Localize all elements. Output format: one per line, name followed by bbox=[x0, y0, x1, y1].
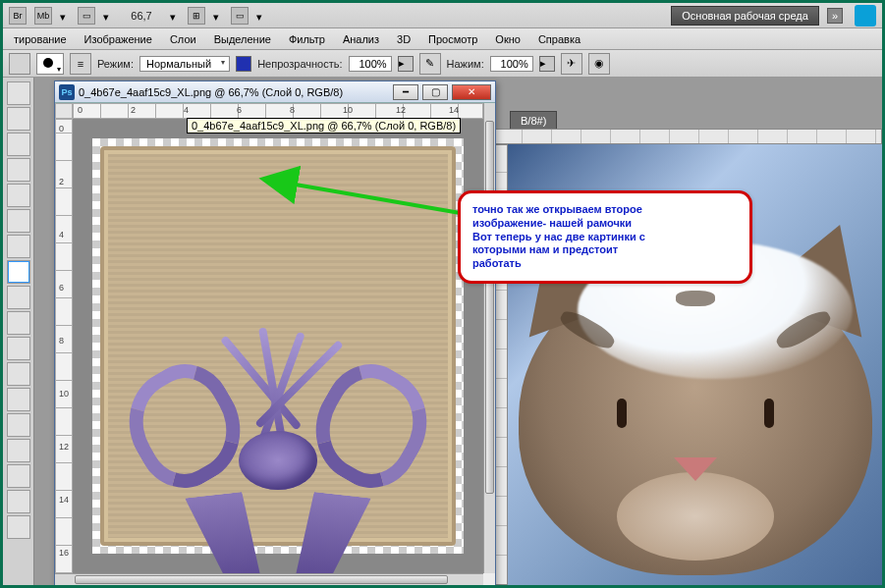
tool-shape[interactable] bbox=[7, 515, 30, 539]
mode-label: Режим: bbox=[97, 58, 134, 70]
screen-layout-icon[interactable]: ▭ bbox=[231, 7, 249, 25]
screen-mode-icon[interactable]: ▭ bbox=[78, 7, 95, 25]
dropdown-arrow-icon[interactable]: ▾ bbox=[103, 11, 113, 21]
cat-eye-left bbox=[617, 399, 627, 428]
tool-eyedropper[interactable] bbox=[7, 209, 30, 233]
scrollbar-thumb[interactable] bbox=[485, 121, 494, 494]
annotation-line: работать bbox=[472, 257, 738, 271]
ruler-h-label: 8 bbox=[290, 105, 295, 115]
tool-crop[interactable] bbox=[7, 184, 30, 207]
window-tooltip: 0_4b67e_4aaf15c9_XL.png @ 66,7% (Слой 0,… bbox=[187, 118, 461, 134]
doc1-scrollbar-vertical[interactable] bbox=[483, 103, 495, 573]
flow-arrow-icon[interactable]: ▸ bbox=[539, 56, 555, 72]
current-tool-icon[interactable] bbox=[9, 53, 30, 75]
workspace-area: B/8#) Ps 0_4b67e_4aaf15c9_XL.png @ 66,7%… bbox=[34, 78, 882, 585]
doc2-ruler-horizontal bbox=[492, 129, 882, 144]
zoom-level-field[interactable]: 66,7 bbox=[121, 9, 162, 23]
tool-wand[interactable] bbox=[7, 158, 30, 182]
purple-bow bbox=[150, 367, 406, 554]
menu-select[interactable]: Выделение bbox=[207, 31, 278, 47]
dropdown-arrow-icon[interactable]: ▾ bbox=[60, 11, 70, 21]
menu-window[interactable]: Окно bbox=[488, 31, 527, 47]
ruler-v-label: 2 bbox=[59, 177, 64, 187]
mode-extras-icon[interactable] bbox=[236, 56, 251, 72]
dropdown-arrow-icon[interactable]: ▾ bbox=[170, 11, 180, 21]
pressure-size-icon[interactable]: ◉ bbox=[588, 53, 610, 75]
tool-heal[interactable] bbox=[7, 235, 30, 258]
cs-live-icon[interactable] bbox=[855, 5, 876, 27]
photoshop-badge-icon: Ps bbox=[59, 84, 75, 100]
brush-preset-picker[interactable] bbox=[36, 53, 64, 75]
ruler-h-label: 2 bbox=[131, 105, 136, 115]
tool-history-brush[interactable] bbox=[7, 311, 30, 335]
ruler-v-label: 0 bbox=[59, 124, 64, 134]
airbrush-icon[interactable]: ✈ bbox=[561, 53, 582, 75]
tool-type[interactable] bbox=[7, 464, 30, 488]
menubar: тирование Изображение Слои Выделение Фил… bbox=[3, 28, 882, 50]
menu-3d[interactable]: 3D bbox=[390, 31, 417, 47]
dropdown-arrow-icon[interactable]: ▾ bbox=[256, 11, 266, 21]
menu-view[interactable]: Просмотр bbox=[421, 31, 484, 47]
menu-image[interactable]: Изображение bbox=[78, 31, 159, 47]
tool-lasso[interactable] bbox=[7, 133, 30, 156]
menu-filter[interactable]: Фильтр bbox=[282, 31, 332, 47]
cat-stripe bbox=[676, 291, 715, 306]
dropdown-arrow-icon[interactable]: ▾ bbox=[213, 11, 223, 21]
options-bar: ≡ Режим: Нормальный Непрозрачность: 100%… bbox=[3, 50, 882, 78]
ruler-v-label: 12 bbox=[59, 442, 69, 452]
flow-field[interactable]: 100% bbox=[490, 56, 533, 72]
tool-path[interactable] bbox=[7, 490, 30, 513]
doc1-scrollbar-horizontal[interactable] bbox=[55, 573, 483, 585]
tool-move[interactable] bbox=[7, 81, 30, 105]
bow-knot bbox=[239, 431, 317, 490]
menu-edit[interactable]: тирование bbox=[7, 31, 74, 47]
workspace-expand-icon[interactable]: » bbox=[827, 8, 843, 24]
ruler-h-label: 14 bbox=[449, 105, 459, 115]
tool-stamp[interactable] bbox=[7, 286, 30, 309]
ruler-h-label: 12 bbox=[396, 105, 406, 115]
bridge-icon[interactable]: Br bbox=[9, 7, 27, 25]
opacity-arrow-icon[interactable]: ▸ bbox=[398, 56, 414, 72]
arrange-docs-icon[interactable]: ⊞ bbox=[188, 7, 205, 25]
svg-line-1 bbox=[290, 184, 471, 215]
ruler-v-label: 4 bbox=[59, 230, 64, 240]
window-close-button[interactable]: ✕ bbox=[452, 84, 491, 100]
opacity-label: Непрозрачность: bbox=[257, 58, 342, 70]
tool-dodge[interactable] bbox=[7, 413, 30, 437]
tool-gradient[interactable] bbox=[7, 362, 30, 386]
ruler-v-label: 10 bbox=[59, 389, 69, 399]
window-maximize-button[interactable]: ▢ bbox=[422, 84, 448, 100]
doc2-tab[interactable]: B/8#) bbox=[510, 111, 557, 131]
ruler-v-label: 14 bbox=[59, 495, 69, 505]
doc1-window[interactable]: Ps 0_4b67e_4aaf15c9_XL.png @ 66,7% (Слой… bbox=[54, 80, 496, 586]
menu-layers[interactable]: Слои bbox=[163, 31, 203, 47]
scrollbar-thumb[interactable] bbox=[75, 575, 448, 584]
workspace-switcher-button[interactable]: Основная рабочая среда bbox=[671, 6, 819, 26]
doc1-ruler-vertical[interactable]: 0 2 4 6 8 10 12 14 16 bbox=[55, 119, 73, 573]
ruler-v-label: 6 bbox=[59, 283, 64, 293]
mini-bridge-icon[interactable]: Mb bbox=[34, 7, 52, 25]
workspace-label: Основная рабочая среда bbox=[682, 10, 808, 22]
ruler-v-label: 16 bbox=[59, 548, 69, 558]
menu-help[interactable]: Справка bbox=[531, 31, 587, 47]
annotation-line: Вот теперь у нас две картинки с bbox=[472, 231, 738, 244]
opacity-field[interactable]: 100% bbox=[349, 56, 392, 72]
tools-panel bbox=[3, 78, 34, 588]
tool-brush[interactable] bbox=[7, 260, 30, 284]
cat-nose bbox=[674, 457, 717, 481]
pressure-opacity-icon[interactable]: ✎ bbox=[419, 53, 441, 75]
doc1-ruler-horizontal[interactable]: 0 2 4 6 8 10 12 14 bbox=[73, 103, 483, 119]
ruler-h-label: 0 bbox=[78, 105, 83, 115]
window-minimize-button[interactable]: ━ bbox=[393, 84, 418, 100]
doc1-title: 0_4b67e_4aaf15c9_XL.png @ 66,7% (Слой 0,… bbox=[79, 86, 389, 98]
brush-panel-icon[interactable]: ≡ bbox=[70, 53, 91, 75]
tool-pen[interactable] bbox=[7, 439, 30, 462]
menu-analysis[interactable]: Анализ bbox=[336, 31, 386, 47]
doc1-titlebar[interactable]: Ps 0_4b67e_4aaf15c9_XL.png @ 66,7% (Слой… bbox=[55, 81, 495, 103]
tool-marquee[interactable] bbox=[7, 107, 30, 131]
tool-eraser[interactable] bbox=[7, 337, 30, 360]
ruler-corner bbox=[55, 103, 73, 119]
tool-blur[interactable] bbox=[7, 388, 30, 411]
blend-mode-dropdown[interactable]: Нормальный bbox=[139, 56, 230, 72]
flow-label: Нажим: bbox=[447, 58, 484, 70]
